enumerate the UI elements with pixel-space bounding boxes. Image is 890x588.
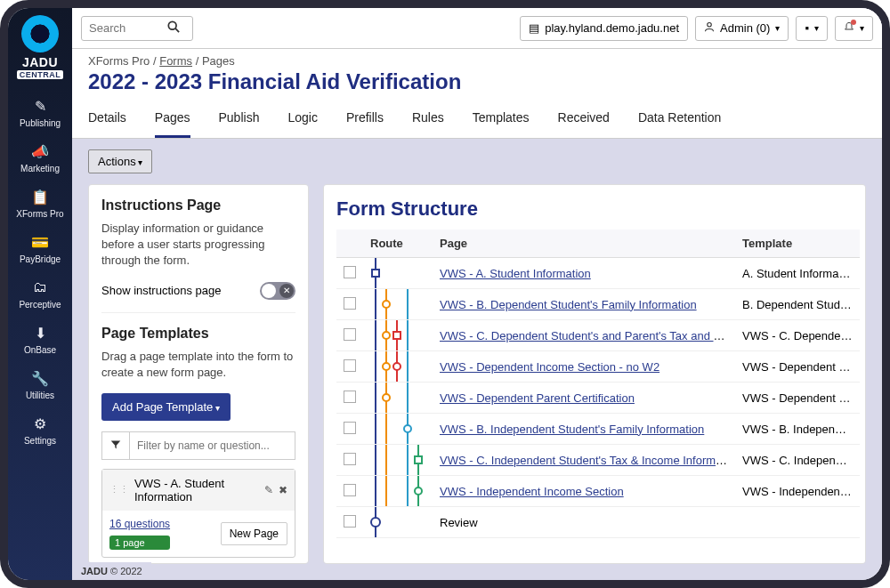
tab-rules[interactable]: Rules xyxy=(412,101,444,138)
rail-item-publishing[interactable]: ✎Publishing xyxy=(16,90,63,135)
page-link[interactable]: VWS - C. Dependent Student's and Parent'… xyxy=(440,329,735,342)
table-row: VWS - C. Dependent Student's and Parent'… xyxy=(336,320,860,351)
search-box[interactable] xyxy=(81,16,193,41)
table-row: VWS - C. Independent Student's Tax & Inc… xyxy=(336,445,860,476)
breadcrumb-forms-link[interactable]: Forms xyxy=(159,54,192,68)
route-diagram xyxy=(363,383,433,414)
toggle-label: Show instructions page xyxy=(101,284,221,297)
search-input[interactable] xyxy=(89,21,167,35)
tab-data-retention[interactable]: Data Retention xyxy=(638,101,721,138)
page-link[interactable]: VWS - Dependent Parent Certification xyxy=(440,391,635,405)
drag-handle-icon[interactable]: ⋮⋮ xyxy=(109,484,129,495)
instructions-description: Display information or guidance before a… xyxy=(101,221,295,270)
instructions-toggle[interactable] xyxy=(260,282,295,300)
template-cell: VWS - Independent Inc xyxy=(735,476,860,507)
svg-rect-33 xyxy=(415,456,422,463)
globe-icon: ▤ xyxy=(529,21,539,35)
tab-logic[interactable]: Logic xyxy=(287,101,317,138)
card-icon: ▪ xyxy=(805,21,809,35)
table-row: VWS - Dependent Income Section - no W2 V… xyxy=(336,351,860,383)
page-count-badge: 1 page xyxy=(109,536,170,550)
svg-point-0 xyxy=(168,21,176,29)
page-link[interactable]: VWS - B. Dependent Student's Family Info… xyxy=(440,298,697,311)
tab-publish[interactable]: Publish xyxy=(219,101,260,138)
paybridge-icon: 💳 xyxy=(31,233,49,251)
add-page-template-button[interactable]: Add Page Template xyxy=(101,393,231,421)
template-cell xyxy=(735,507,860,538)
rail-item-onbase[interactable]: ⬇OnBase xyxy=(16,317,63,362)
filter-icon xyxy=(110,438,121,454)
table-row: VWS - Dependent Parent Certification VWS… xyxy=(336,383,860,414)
table-row: VWS - Independent Income Section VWS - I… xyxy=(336,476,860,507)
edit-icon[interactable]: ✎ xyxy=(264,484,273,496)
rail-item-settings[interactable]: ⚙Settings xyxy=(16,407,63,453)
brand-logo xyxy=(21,15,59,52)
page-link[interactable]: VWS - Dependent Income Section - no W2 xyxy=(440,360,659,374)
user-icon xyxy=(704,21,715,35)
route-diagram xyxy=(363,289,433,320)
svg-point-17 xyxy=(383,363,390,370)
page-link[interactable]: VWS - B. Independent Student's Family In… xyxy=(440,423,704,436)
template-filter-input[interactable] xyxy=(130,431,295,460)
rail-item-paybridge[interactable]: 💳PayBridge xyxy=(16,226,63,271)
tab-pages[interactable]: Pages xyxy=(155,101,190,138)
svg-point-7 xyxy=(383,301,390,308)
templates-heading: Page Templates xyxy=(101,326,295,342)
page-text: Review xyxy=(440,516,478,529)
form-structure-table: RoutePageTemplate VWS - A. Student Infor… xyxy=(336,230,860,538)
row-checkbox[interactable] xyxy=(344,297,356,310)
new-page-button[interactable]: New Page xyxy=(221,522,287,545)
template-cell: VWS - C. Dependent S xyxy=(735,320,860,351)
rail-item-xforms-pro[interactable]: 📋XForms Pro xyxy=(16,181,63,226)
row-checkbox[interactable] xyxy=(344,391,356,403)
svg-point-40 xyxy=(371,518,380,527)
domain-button[interactable]: ▤ play.hyland.demo.jadu.net xyxy=(520,16,688,41)
footer-copyright: JADU © 2022 xyxy=(72,562,151,580)
svg-point-2 xyxy=(708,23,712,28)
row-checkbox[interactable] xyxy=(344,453,356,465)
page-link[interactable]: VWS - Independent Income Section xyxy=(440,485,624,498)
row-checkbox[interactable] xyxy=(344,484,356,496)
template-cell: VWS - Dependent Pare xyxy=(735,383,860,414)
row-checkbox[interactable] xyxy=(344,515,356,528)
questions-link[interactable]: 16 questions xyxy=(109,518,170,530)
row-checkbox[interactable] xyxy=(344,266,356,278)
notifications-button[interactable] xyxy=(835,16,873,41)
page-link[interactable]: VWS - C. Independent Student's Tax & Inc… xyxy=(440,454,735,467)
template-cell: VWS - C. Independent xyxy=(735,445,860,476)
route-diagram xyxy=(363,414,433,445)
row-checkbox[interactable] xyxy=(344,422,356,434)
row-checkbox[interactable] xyxy=(344,359,356,372)
filter-button[interactable] xyxy=(101,431,130,460)
svg-line-1 xyxy=(175,28,179,32)
route-diagram xyxy=(363,258,433,289)
brand-subtitle: CENTRAL xyxy=(17,70,64,79)
actions-dropdown-button[interactable]: Actions xyxy=(88,149,152,173)
rail-item-marketing[interactable]: 📣Marketing xyxy=(16,135,63,181)
instructions-heading: Instructions Page xyxy=(101,197,295,213)
page-link[interactable]: VWS - A. Student Information xyxy=(440,267,591,280)
row-checkbox[interactable] xyxy=(344,328,356,341)
card-menu-button[interactable]: ▪ xyxy=(796,16,828,41)
route-diagram xyxy=(363,320,433,351)
search-icon xyxy=(167,20,180,36)
settings-icon: ⚙ xyxy=(31,415,49,432)
table-row: VWS - B. Independent Student's Family In… xyxy=(336,414,860,445)
page-title: 2022 - 2023 Financial Aid Verification xyxy=(72,68,882,101)
template-cell: VWS - Dependent Inco xyxy=(735,351,860,383)
template-card[interactable]: ⋮⋮ VWS - A. Student Information ✎ ✖ 16 q… xyxy=(101,469,295,558)
table-row: VWS - A. Student Information A. Student … xyxy=(336,258,860,289)
route-diagram xyxy=(363,351,433,383)
svg-point-19 xyxy=(393,363,400,370)
rail-item-perceptive[interactable]: 🗂Perceptive xyxy=(16,271,63,317)
tab-templates[interactable]: Templates xyxy=(473,101,530,138)
admin-menu-button[interactable]: Admin (0) xyxy=(695,16,789,41)
tab-received[interactable]: Received xyxy=(558,101,610,138)
top-bar: ▤ play.hyland.demo.jadu.net Admin (0) ▪ xyxy=(72,8,882,49)
route-diagram xyxy=(363,507,433,538)
utilities-icon: 🔧 xyxy=(31,369,49,387)
tab-prefills[interactable]: Prefills xyxy=(346,101,384,138)
delete-icon[interactable]: ✖ xyxy=(279,484,287,496)
tab-details[interactable]: Details xyxy=(88,101,126,138)
rail-item-utilities[interactable]: 🔧Utilities xyxy=(16,362,63,407)
